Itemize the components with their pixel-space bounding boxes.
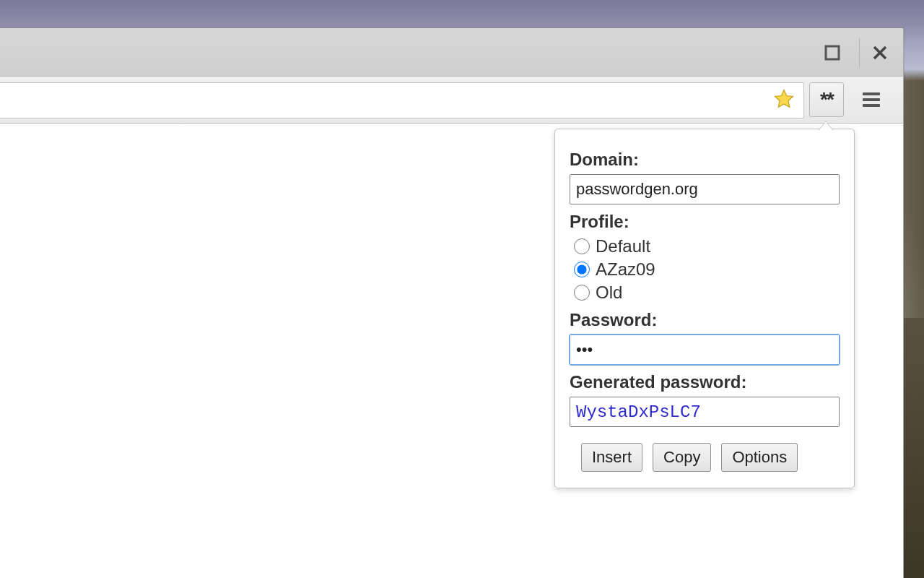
- browser-toolbar: **: [0, 77, 903, 124]
- options-button[interactable]: Options: [721, 443, 798, 472]
- bookmark-star-icon[interactable]: [773, 88, 795, 113]
- profile-radio-label: Default: [596, 236, 650, 256]
- maximize-icon: [824, 45, 840, 61]
- svg-rect-0: [826, 46, 839, 59]
- popup-button-row: Insert Copy Options: [570, 443, 840, 472]
- profile-option-azaz09[interactable]: AZaz09: [574, 259, 840, 280]
- window-close-button[interactable]: [859, 38, 900, 67]
- svg-marker-3: [775, 90, 793, 108]
- profile-radio-label: Old: [596, 282, 622, 303]
- profile-radio-label: AZaz09: [596, 259, 655, 280]
- address-bar[interactable]: [0, 82, 804, 118]
- profile-option-old[interactable]: Old: [574, 282, 840, 303]
- profile-radio-default[interactable]: [574, 238, 590, 254]
- profile-option-default[interactable]: Default: [574, 236, 840, 256]
- generated-password-label: Generated password:: [570, 372, 840, 392]
- hamburger-icon: [863, 90, 880, 110]
- close-icon: [872, 45, 888, 61]
- browser-menu-button[interactable]: [854, 82, 889, 117]
- copy-button[interactable]: Copy: [653, 443, 711, 472]
- password-input[interactable]: [570, 335, 840, 365]
- profile-radio-old[interactable]: [574, 285, 590, 301]
- window-maximize-button[interactable]: [812, 38, 853, 67]
- domain-label: Domain:: [570, 150, 840, 170]
- insert-button[interactable]: Insert: [581, 443, 642, 472]
- profile-radio-azaz09[interactable]: [574, 262, 590, 277]
- profile-label: Profile:: [570, 212, 840, 232]
- popup-pointer: [819, 121, 833, 130]
- password-generator-popup: Domain: Profile: DefaultAZaz09Old Passwo…: [554, 129, 855, 488]
- generated-password-output[interactable]: [570, 397, 840, 427]
- domain-input[interactable]: [570, 174, 840, 204]
- desktop-wallpaper-strip: [904, 318, 924, 578]
- password-generator-extension-button[interactable]: **: [809, 82, 844, 117]
- password-label: Password:: [570, 310, 840, 330]
- window-titlebar: [0, 28, 903, 77]
